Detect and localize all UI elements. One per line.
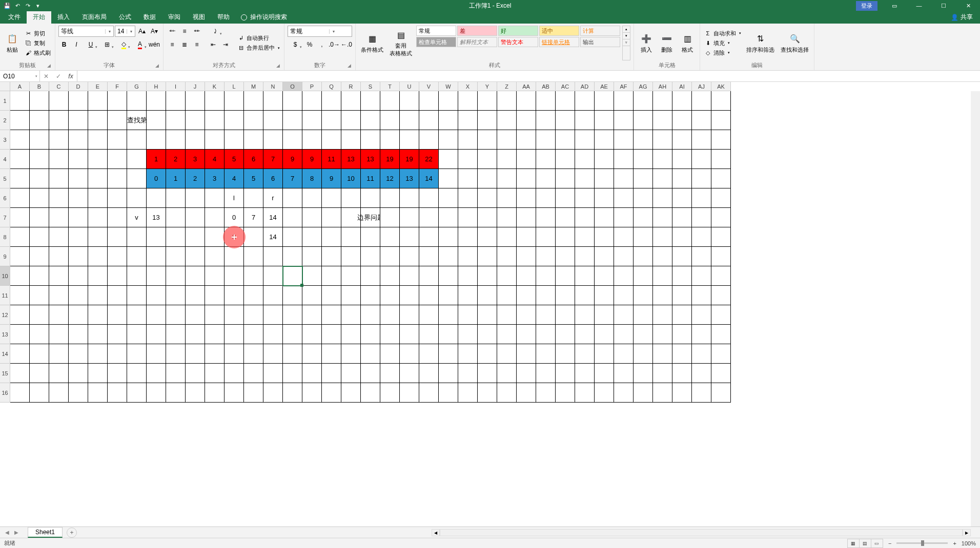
cell-Z12[interactable] [497, 305, 517, 325]
cell-U3[interactable] [400, 130, 419, 150]
view-page-layout-button[interactable]: ▤ [859, 539, 871, 548]
cell-L4[interactable]: 5 [224, 150, 244, 169]
cell-F5[interactable] [108, 169, 127, 188]
cell-AH14[interactable] [653, 344, 672, 364]
cell-AC15[interactable] [556, 364, 575, 383]
col-header-V[interactable]: V [419, 82, 439, 91]
col-header-F[interactable]: F [108, 82, 127, 91]
cell-V9[interactable] [419, 247, 439, 266]
cell-I5[interactable]: 1 [166, 169, 186, 188]
cell-P12[interactable] [302, 305, 322, 325]
cell-R16[interactable] [341, 383, 361, 403]
col-header-P[interactable]: P [302, 82, 322, 91]
cell-C7[interactable] [49, 208, 69, 227]
cell-O14[interactable] [283, 344, 302, 364]
login-button[interactable]: 登录 [856, 1, 877, 11]
cell-L14[interactable] [224, 344, 244, 364]
tab-review[interactable]: 审阅 [162, 11, 187, 24]
cell-D14[interactable] [69, 344, 88, 364]
cell-AG11[interactable] [634, 286, 653, 305]
cell-AI3[interactable] [672, 130, 692, 150]
wrap-text-button[interactable]: ↲自动换行 [236, 34, 281, 43]
cell-AK8[interactable] [711, 227, 731, 247]
cell-M2[interactable] [244, 111, 263, 130]
cell-E8[interactable] [88, 227, 108, 247]
col-header-O[interactable]: O [283, 82, 302, 91]
col-header-AH[interactable]: AH [653, 82, 672, 91]
cell-AG8[interactable] [634, 227, 653, 247]
cell-AE5[interactable] [595, 169, 614, 188]
redo-icon[interactable]: ↷ [24, 2, 32, 10]
cell-I1[interactable] [166, 91, 186, 111]
style-calc[interactable]: 计算 [580, 26, 620, 36]
cell-N14[interactable] [263, 344, 283, 364]
cell-F13[interactable] [108, 325, 127, 344]
maximize-button[interactable]: ☐ [932, 0, 955, 11]
cell-C5[interactable] [49, 169, 69, 188]
cell-AJ1[interactable] [692, 91, 711, 111]
font-color-button[interactable]: A [132, 39, 148, 50]
cell-P13[interactable] [302, 325, 322, 344]
cell-C11[interactable] [49, 286, 69, 305]
cell-AI10[interactable] [672, 266, 692, 286]
cell-B2[interactable] [30, 111, 49, 130]
cell-D15[interactable] [69, 364, 88, 383]
cell-Q5[interactable]: 9 [322, 169, 341, 188]
cell-AI11[interactable] [672, 286, 692, 305]
cell-S7[interactable]: 边界问题 [361, 208, 380, 227]
col-header-AJ[interactable]: AJ [692, 82, 711, 91]
cell-G12[interactable] [127, 305, 147, 325]
cell-D5[interactable] [69, 169, 88, 188]
cell-M15[interactable] [244, 364, 263, 383]
cell-A15[interactable] [10, 364, 30, 383]
cell-AD1[interactable] [575, 91, 595, 111]
cell-B9[interactable] [30, 247, 49, 266]
cell-O13[interactable] [283, 325, 302, 344]
cell-U12[interactable] [400, 305, 419, 325]
cell-AA7[interactable] [517, 208, 536, 227]
cell-U8[interactable] [400, 227, 419, 247]
cell-S8[interactable] [361, 227, 380, 247]
cell-AK5[interactable] [711, 169, 731, 188]
col-header-AF[interactable]: AF [614, 82, 634, 91]
cell-AE12[interactable] [595, 305, 614, 325]
cell-V11[interactable] [419, 286, 439, 305]
cell-AA6[interactable] [517, 188, 536, 208]
cell-F14[interactable] [108, 344, 127, 364]
comma-button[interactable]: , [316, 39, 328, 50]
cell-AA11[interactable] [517, 286, 536, 305]
cell-X15[interactable] [458, 364, 478, 383]
cell-AJ6[interactable] [692, 188, 711, 208]
cell-Q12[interactable] [322, 305, 341, 325]
cell-G3[interactable] [127, 130, 147, 150]
cell-AF5[interactable] [614, 169, 634, 188]
cell-AF10[interactable] [614, 266, 634, 286]
cell-R5[interactable]: 10 [341, 169, 361, 188]
cell-T16[interactable] [380, 383, 400, 403]
col-header-R[interactable]: R [341, 82, 361, 91]
cell-AD5[interactable] [575, 169, 595, 188]
cell-H4[interactable]: 1 [147, 150, 166, 169]
cell-D11[interactable] [69, 286, 88, 305]
close-button[interactable]: ✕ [956, 0, 980, 11]
cell-U1[interactable] [400, 91, 419, 111]
cell-O3[interactable] [283, 130, 302, 150]
cell-AJ11[interactable] [692, 286, 711, 305]
view-normal-button[interactable]: ▦ [847, 539, 860, 548]
cell-R12[interactable] [341, 305, 361, 325]
cell-I13[interactable] [166, 325, 186, 344]
cell-AD10[interactable] [575, 266, 595, 286]
tell-me[interactable]: 操作说明搜索 [236, 11, 292, 24]
cell-AB8[interactable] [536, 227, 556, 247]
cell-I11[interactable] [166, 286, 186, 305]
cell-U16[interactable] [400, 383, 419, 403]
cell-I3[interactable] [166, 130, 186, 150]
cell-J1[interactable] [186, 91, 205, 111]
cell-J11[interactable] [186, 286, 205, 305]
name-box[interactable]: O10 [0, 71, 40, 81]
cell-N16[interactable] [263, 383, 283, 403]
cell-AB2[interactable] [536, 111, 556, 130]
style-bad[interactable]: 差 [457, 26, 497, 36]
cell-W15[interactable] [439, 364, 458, 383]
cell-G7[interactable]: v [127, 208, 147, 227]
